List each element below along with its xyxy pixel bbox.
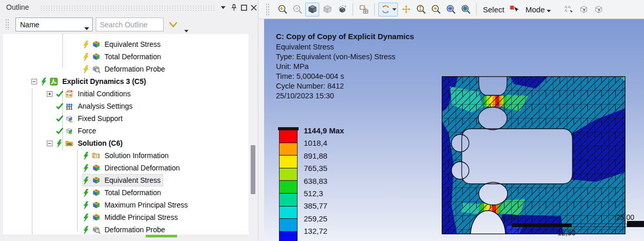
tree-item-solution-information[interactable]: iSolution Information [3, 149, 249, 162]
result-cube-icon [92, 213, 101, 221]
legend-label: 1018,4 [304, 139, 327, 149]
legend-band [279, 181, 298, 194]
maximize-icon[interactable] [239, 3, 248, 12]
tree-item-total-deformation[interactable]: Total Deformation [3, 50, 249, 63]
legend-label: 385,77 [304, 201, 327, 212]
tree-item-content[interactable]: Force [56, 125, 98, 136]
legend-band [279, 130, 298, 143]
drag-handle[interactable] [5, 19, 9, 30]
zoom-button[interactable] [414, 3, 428, 16]
ruler-label-max: 25,00 [616, 213, 634, 221]
tree-item-label: Total Deformation [105, 188, 161, 197]
tree-item-content[interactable]: Analysis Settings [56, 100, 135, 112]
model-viewport[interactable]: C: Copy of Copy of Explicit Dynamics Equ… [264, 19, 644, 241]
explode-view-button[interactable] [335, 3, 349, 16]
tree-item-deformation-probe[interactable]: Deformation Probe [3, 223, 249, 234]
rotate-button[interactable] [378, 3, 398, 16]
tree-item-label: Fixed Support [78, 114, 123, 123]
tree-item-solution-c6-[interactable]: −Solution (C6) [3, 137, 249, 149]
zoom-in-button[interactable] [429, 3, 443, 16]
search-input[interactable]: Search Outline [96, 18, 164, 31]
legend-band [279, 219, 298, 232]
tree-item-content[interactable]: Equivalent Stress [83, 39, 163, 50]
check-icon [56, 115, 64, 122]
expand-icon[interactable]: + [47, 91, 53, 97]
pan-button[interactable] [399, 3, 413, 16]
result-type: Type: Equivalent (von-Mises) Stress [276, 52, 414, 62]
titlebar-texture [40, 5, 214, 11]
tree-item-force[interactable]: Force [3, 125, 249, 137]
tree-item-deformation-probe[interactable]: Deformation Probe [3, 63, 249, 75]
tree-item-content[interactable]: Middle Principal Stress [83, 212, 180, 223]
ansys-mechanical-window: Outline Name Search Outline [0, 0, 644, 241]
tree-item-content[interactable]: Fixed Support [56, 113, 125, 124]
tree-item-content[interactable]: Explicit Dynamics 3 (C5) [41, 76, 148, 87]
outline-filter-row: Name Search Outline [0, 17, 258, 32]
result-annotation: C: Copy of Copy of Explicit Dynamics Equ… [276, 31, 414, 101]
legend-label: 259,25 [304, 214, 327, 225]
box-select-button[interactable] [577, 3, 590, 16]
selection-filter-button[interactable] [562, 3, 576, 16]
mode-dropdown[interactable]: Mode [526, 5, 551, 14]
tree-item-directional-deformation[interactable]: Directional Deformation [3, 162, 249, 174]
drag-handle[interactable] [266, 3, 270, 15]
tree-item-label: Equivalent Stress [105, 176, 161, 184]
tree-item-content[interactable]: Total Deformation [83, 51, 163, 62]
tree-item-label: Initial Conditions [78, 90, 131, 98]
tree-item-content[interactable]: Directional Deformation [83, 162, 182, 174]
tree-item-content[interactable]: Maximum Principal Stress [83, 199, 190, 211]
outline-tree: Equivalent StressTotal DeformationDeform… [3, 34, 249, 234]
ruler-label-mid: 12,50 [558, 229, 576, 237]
tree-item-analysis-settings[interactable]: Analysis Settings [3, 100, 249, 112]
close-icon[interactable] [249, 3, 258, 12]
select-cursor-button[interactable] [508, 3, 522, 16]
more-options-icon[interactable] [184, 25, 188, 35]
tree-item-content[interactable]: Solution (C6) [56, 137, 125, 149]
expand-chevron-icon[interactable] [169, 21, 178, 30]
result-cube-icon [92, 188, 101, 197]
shaded-exterior-button[interactable] [305, 3, 319, 16]
box-volume-select-button[interactable] [591, 3, 605, 16]
tree-item-content[interactable]: Equivalent Stress [83, 175, 163, 186]
zoom-fit-button[interactable] [444, 3, 458, 16]
tree-scrollbar-thumb[interactable] [251, 145, 255, 194]
fixed-support-icon [65, 115, 75, 123]
meshed-model[interactable] [442, 76, 625, 234]
pin-icon[interactable] [230, 3, 238, 12]
scale-ruler-segment [627, 221, 644, 227]
tree-item-middle-principal-stress[interactable]: Middle Principal Stress [3, 211, 249, 223]
probe-cube-icon [92, 65, 101, 73]
tree-item-content[interactable]: Total Deformation [83, 187, 163, 198]
collapse-icon[interactable]: − [47, 141, 53, 146]
tree-item-content[interactable]: iSolution Information [83, 150, 171, 161]
bolt-green-icon [83, 189, 91, 197]
tree-item-equivalent-stress[interactable]: Equivalent Stress [3, 38, 249, 50]
zoom-fit-all-button[interactable] [459, 3, 473, 16]
svg-text:T=0: T=0 [66, 93, 72, 96]
viewports-button[interactable] [357, 3, 371, 16]
tree-item-total-deformation[interactable]: Total Deformation [3, 186, 249, 199]
collapse-icon[interactable]: − [31, 79, 37, 84]
result-cube-icon [92, 176, 101, 184]
filter-type-dropdown[interactable]: Name [15, 18, 93, 31]
filter-type-value: Name [20, 21, 39, 29]
tree-item-content[interactable]: Deformation Probe [83, 63, 167, 75]
chevron-down-icon [84, 24, 89, 32]
tree-item-explicit-dynamics-3-c5-[interactable]: −Explicit Dynamics 3 (C5) [3, 75, 249, 88]
bolt-green-icon [41, 78, 49, 85]
legend-label: 891,88 [304, 151, 327, 162]
tree-item-content[interactable]: Deformation Probe [83, 224, 167, 234]
legend-band [279, 143, 298, 156]
svg-text:i: i [96, 154, 97, 158]
zoom-previous-button[interactable] [275, 3, 289, 16]
tree-item-fixed-support[interactable]: Fixed Support [3, 112, 249, 125]
panel-menu-icon[interactable] [219, 3, 228, 12]
tree-item-content[interactable]: T=0Initial Conditions [56, 88, 133, 99]
analysis-settings-icon [65, 102, 75, 110]
tree-item-initial-conditions[interactable]: +T=0Initial Conditions [3, 88, 249, 100]
tree-item-equivalent-stress[interactable]: Equivalent Stress [3, 174, 249, 186]
outline-titlebar[interactable]: Outline [0, 0, 258, 15]
tree-item-maximum-principal-stress[interactable]: Maximum Principal Stress [3, 199, 249, 211]
result-time: Time: 5,0004e-004 s [276, 72, 414, 81]
legend-band [279, 194, 298, 206]
